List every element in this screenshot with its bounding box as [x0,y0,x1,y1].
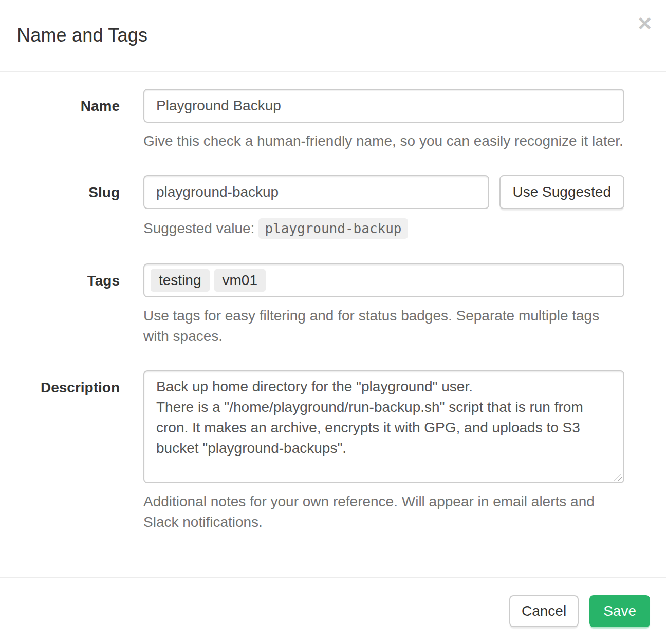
dialog-footer: Cancel Save [0,577,666,644]
suggested-value-line: Suggested value:playground-backup [143,217,624,240]
name-field-column: Give this check a human-friendly name, s… [143,89,624,151]
description-field-column: Back up home directory for the "playgrou… [143,370,624,533]
save-button[interactable]: Save [589,595,650,627]
name-input[interactable] [143,89,624,123]
name-help-text: Give this check a human-friendly name, s… [143,131,624,151]
name-form-group: Name Give this check a human-friendly na… [15,89,624,151]
cancel-button[interactable]: Cancel [509,595,579,627]
tag-chip: testing [151,269,210,292]
tags-input[interactable]: testing vm01 [143,263,624,297]
description-textarea[interactable]: Back up home directory for the "playgrou… [143,370,624,483]
tags-help-text: Use tags for easy filtering and for stat… [143,306,624,347]
description-form-group: Description Back up home directory for t… [15,370,624,533]
suggested-value-code: playground-backup [258,218,408,239]
slug-input[interactable] [143,175,489,209]
tag-chip: vm01 [214,269,266,292]
slug-field-column: Use Suggested Suggested value:playground… [143,175,624,240]
description-label: Description [15,370,120,533]
description-textarea-wrap: Back up home directory for the "playgrou… [143,370,624,483]
description-help-text: Additional notes for your own reference.… [143,491,624,533]
tags-field-column: testing vm01 Use tags for easy filtering… [143,263,624,347]
dialog-title: Name and Tags [17,25,147,46]
use-suggested-button[interactable]: Use Suggested [499,175,624,209]
dialog-body: Name Give this check a human-friendly na… [0,72,666,577]
dialog-header: Name and Tags × [0,0,666,72]
slug-input-row: Use Suggested [143,175,624,209]
tags-form-group: Tags testing vm01 Use tags for easy filt… [15,263,624,347]
slug-form-group: Slug Use Suggested Suggested value:playg… [15,175,624,240]
name-label: Name [15,89,120,151]
tags-label: Tags [15,263,120,347]
name-and-tags-dialog: Name and Tags × Name Give this check a h… [0,0,666,644]
close-icon[interactable]: × [638,11,652,35]
slug-label: Slug [15,175,120,240]
suggested-value-prefix: Suggested value: [143,220,254,236]
